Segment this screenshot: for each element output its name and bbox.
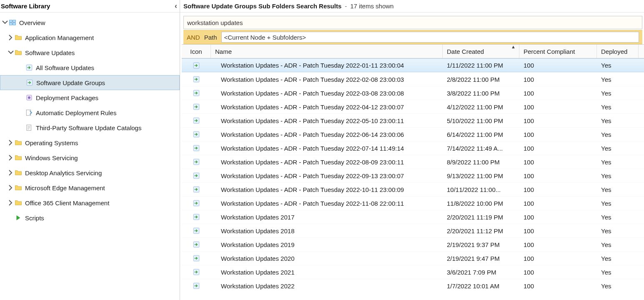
tree-node-all-software-updates[interactable]: · All Software Updates <box>0 60 180 75</box>
folder-icon <box>14 139 23 147</box>
update-group-icon <box>192 116 200 125</box>
expander-icon[interactable] <box>8 154 14 161</box>
col-date-created[interactable]: Date Created <box>443 45 519 58</box>
row-icon <box>182 130 211 139</box>
tree-node-desktop-analytics[interactable]: Desktop Analytics Servicing <box>0 165 180 180</box>
row-name: Workstation Updates - ADR - Patch Tuesda… <box>211 103 443 111</box>
row-deployed: Yes <box>597 103 639 111</box>
col-icon[interactable]: Icon <box>182 45 211 58</box>
folder-icon <box>14 169 23 177</box>
adr-icon <box>25 108 33 117</box>
update-group-icon <box>192 158 200 166</box>
filter-bar: AND Path <box>183 30 642 44</box>
table-row[interactable]: Workstation Updates - ADR - Patch Tuesda… <box>182 72 644 86</box>
table-row[interactable]: Workstation Updates - ADR - Patch Tuesda… <box>182 58 644 72</box>
nav-title: Software Library <box>1 3 50 10</box>
table-row[interactable]: Workstation Updates - ADR - Patch Tuesda… <box>182 113 644 127</box>
tree-node-edge-management[interactable]: Microsoft Edge Management <box>0 180 180 195</box>
row-name: Workstation Updates - ADR - Patch Tuesda… <box>211 90 443 97</box>
svg-rect-3 <box>13 23 16 25</box>
collapse-nav-icon[interactable] <box>175 2 177 10</box>
update-group-icon <box>192 240 200 249</box>
row-percent: 100 <box>519 200 597 207</box>
row-percent: 100 <box>519 282 597 290</box>
row-name: Workstation Updates 2017 <box>211 214 443 221</box>
col-deployed[interactable]: Deployed <box>597 45 639 58</box>
tree-node-software-update-groups[interactable]: · Software Update Groups <box>0 75 180 90</box>
expander-icon[interactable] <box>8 184 14 191</box>
table-row[interactable]: Workstation Updates - ADR - Patch Tuesda… <box>182 86 644 100</box>
filter-path-label: Path <box>204 34 217 41</box>
main-panel: Software Update Groups Sub Folders Searc… <box>180 0 644 300</box>
sort-ascending-icon[interactable]: ▲ <box>511 44 516 49</box>
tree-label: Software Updates <box>25 49 75 56</box>
tree-label: Overview <box>19 19 45 26</box>
row-date: 5/10/2022 11:00 PM <box>443 117 519 124</box>
row-name: Workstation Updates - ADR - Patch Tuesda… <box>211 62 443 69</box>
expander-icon[interactable] <box>8 49 14 56</box>
row-date: 2/19/2021 9:37 PM <box>443 241 519 248</box>
table-row[interactable]: Workstation Updates - ADR - Patch Tuesda… <box>182 196 644 210</box>
tree-node-scripts[interactable]: · Scripts <box>0 210 180 225</box>
tree-node-overview[interactable]: Overview <box>0 15 180 30</box>
tree-label: Third-Party Software Update Catalogs <box>36 124 141 131</box>
table-row[interactable]: Workstation Updates - ADR - Patch Tuesda… <box>182 127 644 141</box>
tree-label: All Software Updates <box>36 64 94 71</box>
search-input[interactable] <box>183 16 642 29</box>
row-name: Workstation Updates 2022 <box>211 282 443 290</box>
tree-node-deployment-packages[interactable]: · Deployment Packages <box>0 90 180 105</box>
tree-node-software-updates[interactable]: Software Updates <box>0 45 180 60</box>
tree-node-third-party-catalogs[interactable]: · Third-Party Software Update Catalogs <box>0 120 180 135</box>
table-row[interactable]: Workstation Updates 20192/19/2021 9:37 P… <box>182 237 644 251</box>
folder-icon <box>14 154 23 162</box>
col-label: Percent Compliant <box>524 48 575 55</box>
expander-icon[interactable] <box>8 199 14 206</box>
table-row[interactable]: Workstation Updates 20182/20/2021 11:12 … <box>182 224 644 237</box>
svg-rect-0 <box>10 20 13 22</box>
update-group-icon <box>192 61 200 70</box>
tree-node-adr[interactable]: · Automatic Deployment Rules <box>0 105 180 120</box>
table-row[interactable]: Workstation Updates 20172/20/2021 11:19 … <box>182 210 644 224</box>
row-deployed: Yes <box>597 255 639 262</box>
tree-node-operating-systems[interactable]: Operating Systems <box>0 135 180 150</box>
tree-label: Windows Servicing <box>25 154 78 161</box>
tree-label: Scripts <box>25 214 44 222</box>
row-icon <box>182 227 211 235</box>
row-date: 1/11/2022 11:00 PM <box>443 62 519 69</box>
results-separator: - <box>345 3 347 10</box>
table-row[interactable]: Workstation Updates 20213/6/2021 7:09 PM… <box>182 265 644 279</box>
table-row[interactable]: Workstation Updates - ADR - Patch Tuesda… <box>182 141 644 155</box>
expander-icon[interactable] <box>8 169 14 176</box>
tree-label: Operating Systems <box>25 139 78 146</box>
expander-icon[interactable] <box>8 139 14 146</box>
row-deployed: Yes <box>597 186 639 193</box>
nav-header: Software Library <box>0 0 180 13</box>
expander-icon[interactable] <box>2 19 8 26</box>
row-date: 1/7/2022 10:01 AM <box>443 282 519 290</box>
catalog-icon <box>25 124 33 132</box>
row-name: Workstation Updates - ADR - Patch Tuesda… <box>211 145 443 152</box>
table-row[interactable]: Workstation Updates 20202/19/2021 9:47 P… <box>182 251 644 265</box>
table-row[interactable]: Workstation Updates - ADR - Patch Tuesda… <box>182 155 644 169</box>
col-name[interactable]: Name <box>211 45 443 58</box>
row-name: Workstation Updates 2018 <box>211 227 443 234</box>
grid-body: Workstation Updates - ADR - Patch Tuesda… <box>182 58 644 300</box>
col-percent-compliant[interactable]: Percent Compliant <box>519 45 597 58</box>
table-row[interactable]: Workstation Updates - ADR - Patch Tuesda… <box>182 169 644 182</box>
expander-icon[interactable] <box>8 34 14 41</box>
table-row[interactable]: Workstation Updates - ADR - Patch Tuesda… <box>182 100 644 113</box>
row-icon <box>182 89 211 97</box>
row-deployed: Yes <box>597 269 639 276</box>
row-icon <box>182 116 211 125</box>
tree-node-app-management[interactable]: Application Management <box>0 30 180 45</box>
row-icon <box>182 199 211 207</box>
table-row[interactable]: Workstation Updates - ADR - Patch Tuesda… <box>182 182 644 196</box>
row-percent: 100 <box>519 172 597 179</box>
row-date: 9/13/2022 11:00 PM <box>443 172 519 179</box>
row-date: 2/19/2021 9:47 PM <box>443 255 519 262</box>
tree-node-windows-servicing[interactable]: Windows Servicing <box>0 150 180 165</box>
tree-node-o365-management[interactable]: Office 365 Client Management <box>0 195 180 210</box>
table-row[interactable]: Workstation Updates 20221/7/2022 10:01 A… <box>182 279 644 292</box>
filter-path-input[interactable] <box>221 32 639 43</box>
row-percent: 100 <box>519 241 597 248</box>
